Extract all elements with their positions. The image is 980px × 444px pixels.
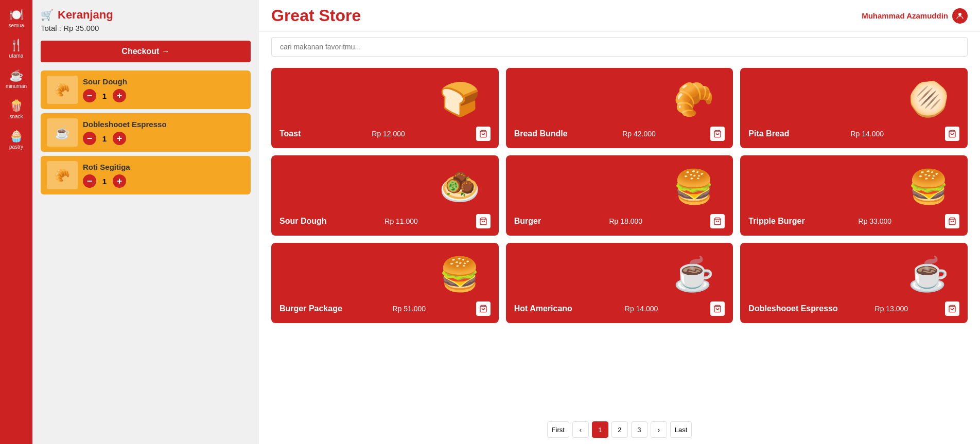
product-image: 🍔 [898,164,959,210]
qty-increase-button[interactable]: + [113,89,126,102]
cart-panel: 🛒 Keranjang Total : Rp 35.000 Checkout →… [32,0,259,444]
store-title: Great Store [271,6,361,25]
product-image: 🧆 [429,164,491,210]
add-to-cart-button[interactable] [945,214,959,228]
product-card-bottom: Bread Bundle Rp 42.000 [514,127,725,141]
cart-item: ☕ Dobleshooet Espresso − 1 + [41,113,251,152]
qty-decrease-button[interactable]: − [83,174,96,188]
snack-icon: 🍿 [9,99,23,113]
product-card[interactable]: 🧆 Sour Dough Rp 11.000 [271,155,499,236]
product-price: Rp 33.000 [859,217,892,225]
product-card-top: 🍔 [279,251,491,297]
add-to-cart-button[interactable] [476,301,491,316]
add-to-cart-button[interactable] [945,127,959,141]
product-card-bottom: Sour Dough Rp 11.000 [279,214,491,228]
product-card-top: 🧆 [279,164,491,210]
svg-point-0 [958,13,961,16]
cart-header: 🛒 Keranjang [41,8,251,22]
cart-item-name: Sour Dough [83,77,244,86]
qty-decrease-button[interactable]: − [83,132,96,145]
product-card[interactable]: 🍔 Tripple Burger Rp 33.000 [740,155,968,236]
sidebar-item-snack[interactable]: 🍿 snack [0,95,32,123]
product-name: Burger Package [279,304,342,313]
pagination-next[interactable]: › [651,421,667,438]
product-card[interactable]: 🥐 Bread Bundle Rp 42.000 [506,68,733,148]
checkout-button[interactable]: Checkout → [41,41,251,62]
pastry-icon: 🧁 [9,130,23,143]
search-input[interactable] [271,37,968,57]
product-image: 🍔 [429,251,491,297]
qty-increase-button[interactable]: + [113,132,126,145]
pagination-last[interactable]: Last [670,421,692,438]
qty-increase-button[interactable]: + [113,174,126,188]
pagination-prev[interactable]: ‹ [572,421,589,438]
cart-item-info: Roti Segitiga − 1 + [83,163,244,188]
add-to-cart-button[interactable] [476,214,491,228]
product-card[interactable]: 🫓 Pita Bread Rp 14.000 [740,68,968,148]
product-image: 🫓 [898,76,959,122]
cart-item-image: 🥐 [47,161,78,189]
product-card-bottom: Burger Package Rp 51.000 [279,301,491,316]
user-name: Muhammad Azamuddin [862,11,948,20]
product-name: Pita Bread [748,129,789,138]
add-to-cart-button[interactable] [710,301,725,316]
product-grid: 🍞 Toast Rp 12.000 🥐 [259,62,980,415]
product-image: ☕ [663,251,725,297]
cart-icon: 🛒 [41,9,54,21]
product-image: 🍞 [429,76,491,122]
sidebar-item-label: utama [9,53,24,59]
sidebar-item-semua[interactable]: 🍽️ semua [0,4,32,32]
product-price: Rp 13.000 [875,305,908,313]
main-content: Great Store Muhammad Azamuddin 🍞 Toast R… [259,0,980,444]
cart-item-info: Sour Dough − 1 + [83,77,244,102]
food-icon: 🍽️ [9,8,23,22]
product-card[interactable]: 🍔 Burger Package Rp 51.000 [271,243,499,323]
product-card-bottom: Burger Rp 18.000 [514,214,725,228]
cart-item-name: Dobleshooet Espresso [83,120,244,129]
product-card-bottom: Toast Rp 12.000 [279,127,491,141]
pagination: First ‹ 1 2 3 › Last [259,415,980,444]
sidebar-item-label: pastry [9,144,23,150]
product-name: Toast [279,129,301,138]
add-to-cart-button[interactable] [476,127,491,141]
cart-item: 🥐 Sour Dough − 1 + [41,70,251,109]
product-card[interactable]: 🍞 Toast Rp 12.000 [271,68,499,148]
main-header: Great Store Muhammad Azamuddin [259,0,980,32]
product-name: Burger [514,217,541,226]
product-price: Rp 51.000 [392,305,426,313]
cart-item-image: ☕ [47,118,78,147]
product-card-bottom: Tripple Burger Rp 33.000 [748,214,959,228]
product-card-top: 🥐 [514,76,725,122]
product-image: ☕ [898,251,959,297]
product-card[interactable]: ☕ Hot Americano Rp 14.000 [506,243,733,323]
product-image: 🥐 [663,76,725,122]
add-to-cart-button[interactable] [710,127,725,141]
sidebar-item-label: minuman [6,83,27,89]
add-to-cart-button[interactable] [710,214,725,228]
cart-item: 🥐 Roti Segitiga − 1 + [41,156,251,194]
qty-value: 1 [99,134,110,143]
cart-item-info: Dobleshooet Espresso − 1 + [83,120,244,145]
search-bar [259,32,980,62]
sidebar: 🍽️ semua 🍴 utama ☕ minuman 🍿 snack 🧁 pas… [0,0,32,444]
product-name: Hot Americano [514,304,572,313]
cart-total: Total : Rp 35.000 [41,24,251,32]
sidebar-item-utama[interactable]: 🍴 utama [0,34,32,63]
qty-value: 1 [99,177,110,186]
product-name: Dobleshooet Espresso [748,304,837,313]
sidebar-item-minuman[interactable]: ☕ minuman [0,65,32,93]
pagination-page-2[interactable]: 2 [611,421,628,438]
sidebar-item-pastry[interactable]: 🧁 pastry [0,126,32,154]
product-name: Bread Bundle [514,129,568,138]
add-to-cart-button[interactable] [945,301,959,316]
qty-decrease-button[interactable]: − [83,89,96,102]
product-card-bottom: Dobleshooet Espresso Rp 13.000 [748,301,959,316]
qty-value: 1 [99,92,110,100]
pagination-page-1[interactable]: 1 [592,421,608,438]
cart-title: Keranjang [58,8,113,22]
pagination-page-3[interactable]: 3 [631,421,647,438]
pagination-first[interactable]: First [547,421,569,438]
product-card[interactable]: 🍔 Burger Rp 18.000 [506,155,733,236]
product-card[interactable]: ☕ Dobleshooet Espresso Rp 13.000 [740,243,968,323]
qty-control: − 1 + [83,174,244,188]
